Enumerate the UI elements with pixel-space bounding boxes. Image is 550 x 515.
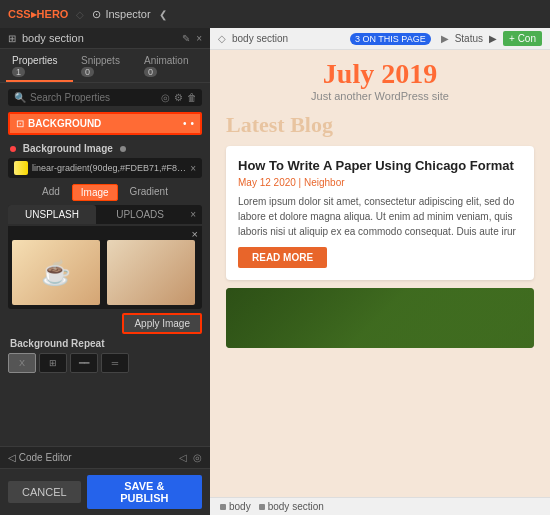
background-section-header: ⊡ BACKGROUND • • (8, 112, 202, 135)
section-title: BACKGROUND (28, 118, 183, 129)
picker-close-icon[interactable]: × (192, 228, 198, 240)
status-dot-1 (220, 504, 226, 510)
status-label: Status (455, 33, 483, 44)
status-item-body-section[interactable]: body section (259, 501, 324, 512)
card-text: Lorem ipsum dolor sit amet, consectetur … (238, 194, 522, 239)
separator: ◇ (76, 9, 84, 20)
breadcrumb-icon: ◇ (218, 33, 226, 44)
tab-animation[interactable]: Animation 0 (138, 52, 204, 82)
search-input[interactable] (30, 92, 157, 103)
preview-content: Latest Blog How To Write A Paper Using C… (210, 106, 550, 497)
css-hero-logo: CSS▸HERO (8, 8, 68, 21)
inspector-icon: ⊙ (92, 8, 101, 21)
code-editor-label[interactable]: ◁ Code Editor (8, 452, 173, 463)
trash-icon[interactable]: 🗑 (187, 92, 197, 103)
site-header: July 2019 Just another WordPress site (210, 50, 550, 106)
dot-icon-2: • (190, 118, 194, 129)
dot-gray (120, 146, 126, 152)
footer-bar: CANCEL SAVE & PUBLISH (0, 468, 210, 515)
status-label-body: body (229, 501, 251, 512)
status-dot-2 (259, 504, 265, 510)
repeat-none[interactable]: X (8, 353, 36, 373)
search-bar: 🔍 ◎ ⚙ 🗑 (8, 89, 202, 106)
card-meta: May 12 2020 | Neighbor (238, 177, 522, 188)
bottom-icon-1[interactable]: ◁ (179, 452, 187, 463)
gradient-preview (14, 161, 28, 175)
site-subtitle: Just another WordPress site (226, 90, 534, 102)
strip-overlay (226, 288, 534, 348)
repeat-both[interactable]: ⊞ (39, 353, 67, 373)
save-publish-button[interactable]: SAVE & PUBLISH (87, 475, 202, 509)
bottom-status-bar: body body section (210, 497, 550, 515)
panel-tabs: Properties 1 Snippets 0 Animation 0 (0, 49, 210, 83)
page-count-badge: 3 ON THIS PAGE (350, 33, 431, 45)
tab-image[interactable]: Image (72, 184, 118, 201)
blog-card: How To Write A Paper Using Chicago Forma… (226, 146, 534, 280)
panel-header-icon-section: ⊞ (8, 33, 16, 44)
card-title: How To Write A Paper Using Chicago Forma… (238, 158, 522, 173)
image-thumb-1[interactable]: ☕ (12, 240, 100, 305)
apply-btn-row: Apply Image (8, 313, 202, 334)
coffee-icon: ☕ (41, 259, 71, 287)
tab-unsplash[interactable]: UNSPLASH (8, 205, 96, 224)
status-label-section: body section (268, 501, 324, 512)
preview-topbar: ◇ body section 3 ON THIS PAGE ▶ Status ▶… (210, 28, 550, 50)
apply-image-button[interactable]: Apply Image (122, 313, 202, 334)
panel-close-icon[interactable]: × (196, 33, 202, 44)
top-bar: CSS▸HERO ◇ ⊙ Inspector ❮ (0, 0, 550, 28)
bottom-bar: ◁ Code Editor ◁ ◎ (0, 446, 210, 468)
repeat-y[interactable]: ═ (101, 353, 129, 373)
collapse-icon[interactable]: ❮ (159, 9, 167, 20)
image-picker: × ☕ (8, 226, 202, 309)
panel-section-label: body section (22, 32, 176, 44)
left-panel: ⊞ body section ✎ × Properties 1 Snippets… (0, 28, 210, 515)
status-arrow-icon: ▶ (441, 33, 449, 44)
background-icon: ⊡ (16, 118, 24, 129)
section-title: Latest Blog (226, 112, 534, 138)
bg-repeat-label: Background Repeat (0, 334, 210, 351)
add-button[interactable]: + Con (503, 31, 542, 46)
right-preview-area: July 2019 Just another WordPress site La… (210, 50, 550, 497)
panel-header: ⊞ body section ✎ × (0, 28, 210, 49)
gradient-tag: linear-gradient(90deg,#FDEB71,#F8D800) × (8, 158, 202, 178)
edit-icon[interactable]: ✎ (182, 33, 190, 44)
eye-icon[interactable]: ◎ (161, 92, 170, 103)
settings-icon[interactable]: ⚙ (174, 92, 183, 103)
bottom-icon-2[interactable]: ◎ (193, 452, 202, 463)
image-source-tabs: UNSPLASH UPLOADS × (8, 205, 202, 224)
source-close-icon[interactable]: × (184, 205, 202, 224)
gradient-remove-icon[interactable]: × (190, 163, 196, 174)
dot-red (10, 146, 16, 152)
dot-icon-1: • (183, 118, 187, 129)
tab-snippets[interactable]: Snippets 0 (75, 52, 136, 82)
tab-gradient[interactable]: Gradient (122, 184, 176, 201)
tab-properties[interactable]: Properties 1 (6, 52, 73, 82)
repeat-options: X ⊞ ━━ ═ (8, 353, 202, 373)
cancel-button[interactable]: CANCEL (8, 481, 81, 503)
read-more-button[interactable]: READ MORE (238, 247, 327, 268)
main-layout: ⊞ body section ✎ × Properties 1 Snippets… (0, 28, 550, 515)
preview-image-strip (226, 288, 534, 348)
repeat-x[interactable]: ━━ (70, 353, 98, 373)
image-thumb-2[interactable] (107, 240, 195, 305)
bg-image-label: Background Image (0, 139, 210, 156)
image-grid: ☕ (12, 240, 198, 305)
inspector-label: ⊙ Inspector (92, 8, 150, 21)
tab-uploads[interactable]: UPLOADS (96, 205, 184, 224)
image-tabs: Add Image Gradient (8, 184, 202, 201)
gradient-text: linear-gradient(90deg,#FDEB71,#F8D800) (32, 163, 186, 173)
status-item-body[interactable]: body (220, 501, 251, 512)
site-title: July 2019 (226, 58, 534, 90)
preview-breadcrumb: body section (232, 33, 344, 44)
search-icon: 🔍 (14, 92, 26, 103)
tab-add[interactable]: Add (34, 184, 68, 201)
status-right-arrow: ▶ (489, 33, 497, 44)
